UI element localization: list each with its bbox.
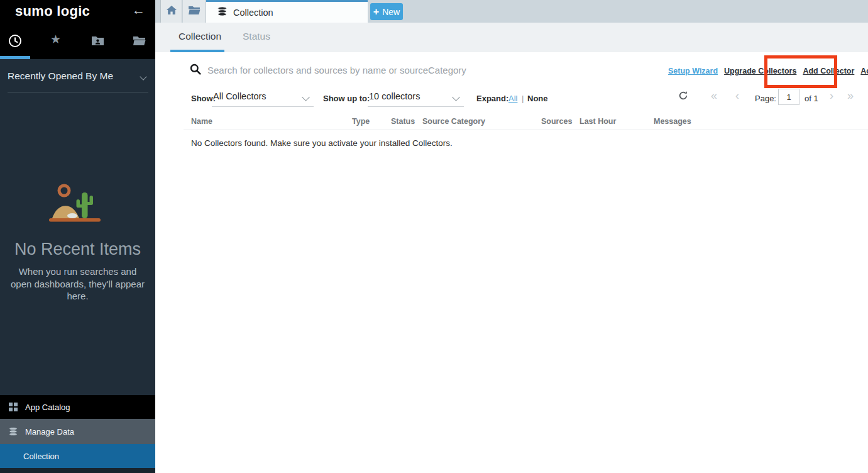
column-header-name: Name: [191, 117, 212, 126]
expand-label: Expand:: [476, 94, 508, 103]
no-recent-items-title: No Recent Items: [0, 240, 155, 259]
search-icon: [190, 64, 201, 77]
search-input[interactable]: [207, 62, 610, 78]
rock-highlight: [67, 213, 77, 218]
last-page-button[interactable]: »: [847, 89, 854, 102]
app-grid-icon: [8, 402, 18, 412]
empty-table-message: No Collectors found. Make sure you activ…: [191, 138, 453, 148]
sidebar-item-label: App Catalog: [25, 403, 70, 412]
sumo-logic-logo: sumo logic: [15, 3, 90, 19]
recent-items-dropdown[interactable]: Recently Opened By Me: [8, 68, 148, 92]
active-subtab-underline: [170, 50, 224, 52]
home-icon: [166, 5, 177, 18]
next-page-button[interactable]: ›: [830, 89, 833, 102]
clock-icon[interactable]: [8, 34, 22, 48]
expand-none-link[interactable]: None: [527, 94, 548, 103]
subtab-collection[interactable]: Collection: [179, 31, 221, 42]
new-button-label: New: [382, 7, 400, 17]
plus-icon: +: [373, 6, 379, 18]
ground-line: [49, 218, 101, 222]
sidebar-bottom-strip: [0, 468, 155, 473]
access-keys-link[interactable]: Access Keys: [860, 67, 868, 75]
refresh-icon[interactable]: [678, 91, 688, 103]
column-header-type: Type: [352, 117, 370, 126]
show-dropdown[interactable]: All Collectors: [212, 88, 314, 107]
column-header-source-category: Source Category: [422, 117, 485, 126]
sidebar: sumo logic ← ★ Recently Opened By Me: [0, 0, 155, 473]
sidebar-item-manage-data[interactable]: Manage Data: [0, 419, 155, 444]
column-header-sources: Sources: [541, 117, 572, 126]
subtab-status[interactable]: Status: [243, 31, 270, 42]
sub-tab-bar: Collection Status: [155, 23, 868, 52]
folder-icon: [188, 5, 201, 18]
sidebar-item-label: Manage Data: [25, 427, 74, 437]
show-up-to-dropdown[interactable]: 10 collectors: [368, 88, 464, 107]
sidebar-item-collection[interactable]: Collection: [0, 444, 155, 468]
upgrade-collectors-link[interactable]: Upgrade Collectors: [724, 67, 796, 75]
chevron-down-icon: [302, 93, 310, 101]
sun-icon: [59, 186, 69, 196]
top-tab-bar: Collection + New: [155, 0, 868, 23]
star-icon[interactable]: ★: [50, 33, 64, 47]
collector-action-links: Setup Wizard Upgrade Collectors Add Coll…: [668, 67, 868, 75]
sidebar-item-label: Collection: [23, 452, 59, 461]
library-tab-button[interactable]: [183, 0, 206, 23]
page-number-input[interactable]: [778, 89, 799, 105]
first-page-button[interactable]: «: [711, 89, 717, 102]
library-folder-icon[interactable]: [133, 35, 146, 49]
setup-wizard-link[interactable]: Setup Wizard: [668, 67, 718, 75]
column-header-last-hour: Last Hour: [580, 117, 616, 126]
prev-page-button[interactable]: ‹: [735, 89, 739, 102]
expand-all-link[interactable]: All: [508, 94, 517, 103]
home-tab-button[interactable]: [160, 0, 182, 23]
chevron-down-icon: [140, 73, 146, 80]
table-header-border: [184, 130, 868, 130]
page-of-label: of 1: [805, 94, 818, 103]
recent-dropdown-label: Recently Opened By Me: [8, 70, 113, 81]
tab-label: Collection: [233, 8, 273, 18]
database-icon: [217, 6, 228, 19]
collapse-sidebar-icon[interactable]: ←: [132, 3, 145, 18]
show-up-to-dropdown-value: 10 collectors: [369, 91, 420, 101]
chevron-down-icon: [452, 93, 460, 101]
sidebar-item-app-catalog[interactable]: App Catalog: [0, 395, 155, 419]
tab-collection[interactable]: Collection: [206, 0, 368, 23]
page-label: Page:: [755, 94, 776, 103]
column-header-messages: Messages: [654, 117, 691, 126]
sidebar-header: sumo logic ← ★: [0, 0, 155, 59]
no-recent-items-subtitle: When you run searches and open dashboard…: [9, 265, 146, 303]
desert-illustration: [44, 182, 107, 228]
new-button[interactable]: + New: [370, 3, 403, 20]
show-up-to-label: Show up to:: [323, 94, 370, 103]
column-header-status: Status: [391, 117, 415, 126]
show-dropdown-value: All Collectors: [213, 91, 266, 101]
active-nav-underline: [0, 56, 30, 59]
shared-folder-icon[interactable]: [91, 35, 105, 49]
add-collector-link[interactable]: Add Collector: [803, 67, 854, 75]
database-icon: [8, 426, 18, 437]
divider: |: [522, 94, 524, 103]
main-content: Collection + New Collection Status Setup…: [155, 0, 868, 473]
